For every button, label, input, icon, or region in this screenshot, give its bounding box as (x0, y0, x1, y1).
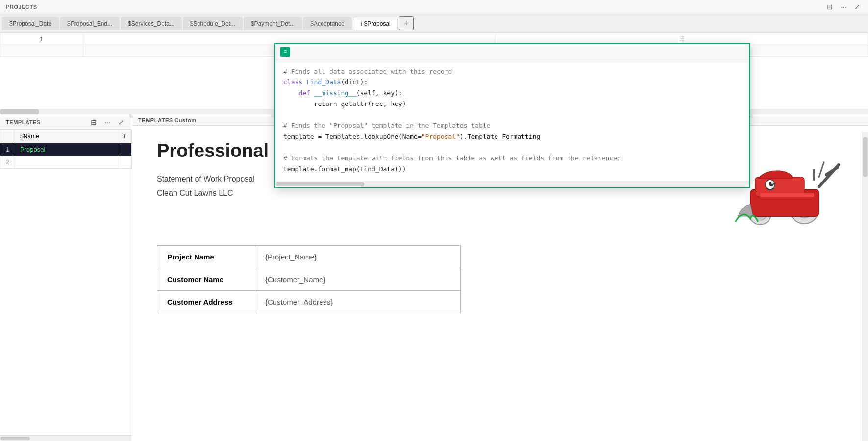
code-scrollbar[interactable] (275, 181, 749, 187)
code-icon: ≡ (280, 47, 290, 57)
subtitle-line2: Clean Cut Lawns LLC (157, 186, 350, 201)
templates-header: TEMPLATES ⊟ ··· ⤢ (0, 115, 132, 130)
template-name[interactable]: Proposal (15, 143, 118, 156)
th-row-num (0, 130, 15, 143)
vertical-scrollbar[interactable] (862, 132, 868, 441)
projects-title: PROJECTS (6, 4, 821, 10)
label-customer-name: Customer Name (157, 268, 255, 291)
templates-resize-icon[interactable]: ⤢ (116, 117, 126, 127)
th-add[interactable]: + (118, 130, 131, 143)
filter-icon[interactable]: ⊟ (825, 2, 835, 12)
tab-proposal[interactable]: ℹ $Proposal (353, 17, 398, 30)
tab-proposal-end[interactable]: $Proposal_End... (60, 17, 120, 30)
svg-line-13 (819, 162, 824, 177)
code-line-3: # Formats the template with fields from … (283, 155, 621, 162)
templates-filter-icon[interactable]: ⊟ (89, 117, 99, 127)
row-number: 1 (0, 143, 15, 156)
ellipsis-menu[interactable]: ··· (839, 2, 848, 12)
table-row-customer-address: Customer Address {Customer_Address} (157, 291, 461, 313)
code-class-keyword: class (283, 78, 306, 86)
code-format-map: template.format_map(Find_Data()) (283, 165, 406, 173)
code-return: return getattr(rec, key) (283, 100, 406, 107)
row-number (0, 45, 83, 57)
code-line-2: # Finds the "Proposal" template in the T… (283, 122, 491, 129)
code-popup: ≡ # Finds all data associated with this … (274, 43, 750, 188)
template-row-empty[interactable]: 2 (0, 156, 132, 169)
tab-services-deta[interactable]: $Services_Deta... (121, 17, 182, 30)
svg-rect-8 (760, 193, 814, 197)
value-customer-address: {Customer_Address} (255, 291, 461, 313)
templates-table: $Name + 1 Proposal 2 (0, 130, 132, 169)
projects-tabs: $Proposal_Date $Proposal_End... $Service… (0, 14, 868, 33)
resize-icon[interactable]: ⤢ (852, 2, 862, 12)
proposal-info-table: Project Name {Project_Name} Customer Nam… (157, 245, 461, 313)
value-customer-name: {Customer_Name} (255, 268, 461, 291)
table-row-project-name: Project Name {Project_Name} (157, 246, 461, 268)
th-name: $Name (15, 130, 118, 143)
table-row-customer-name: Customer Name {Customer_Name} (157, 268, 461, 291)
templates-title: TEMPLATES (6, 119, 85, 125)
code-popup-header: ≡ (275, 44, 749, 60)
projects-header: PROJECTS ⊟ ··· ⤢ (0, 0, 868, 14)
template-row-proposal[interactable]: 1 Proposal (0, 143, 132, 156)
svg-point-11 (771, 182, 773, 184)
tab-payment-det[interactable]: $Payment_Det... (244, 17, 302, 30)
row-number: 2 (0, 156, 15, 169)
svg-point-10 (769, 182, 774, 186)
add-column-button[interactable]: + (399, 16, 414, 30)
tab-acceptance[interactable]: $Acceptance (303, 17, 351, 30)
label-project-name: Project Name (157, 246, 255, 268)
label-customer-address: Customer Address (157, 291, 255, 313)
template-name-empty[interactable] (15, 156, 118, 169)
code-body[interactable]: # Finds all data associated with this re… (275, 60, 749, 181)
info-icon: ℹ (360, 21, 362, 27)
code-line-1: # Finds all data associated with this re… (283, 68, 452, 75)
templates-ellipsis[interactable]: ··· (102, 117, 112, 127)
value-project-name: {Project_Name} (255, 246, 461, 268)
code-class-name: Find_Data (306, 78, 341, 86)
code-func-name: __missing__ (314, 89, 356, 97)
tab-schedule-det[interactable]: $Schedule_Det... (183, 17, 243, 30)
row-number: 1 (0, 33, 83, 45)
tab-proposal-date[interactable]: $Proposal_Date (2, 17, 59, 30)
